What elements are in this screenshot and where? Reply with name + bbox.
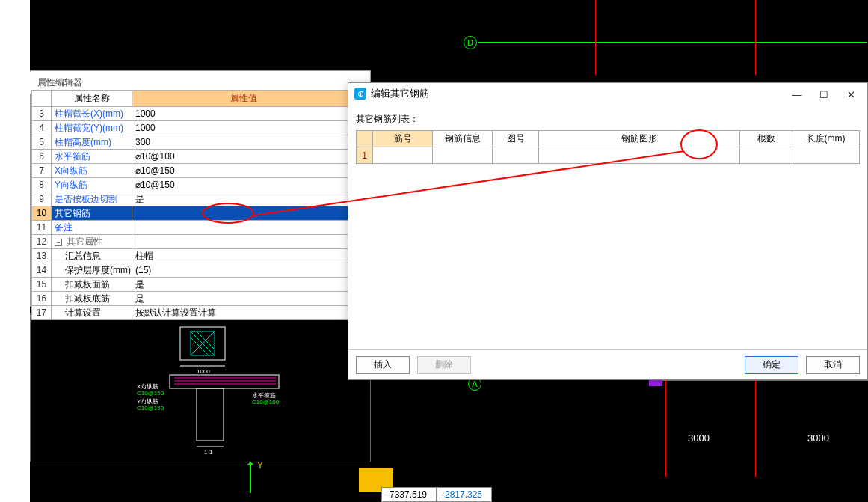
grid-line-red xyxy=(595,0,596,75)
rebar-cell-count[interactable] xyxy=(740,147,792,164)
window-minimize-button[interactable]: — xyxy=(784,86,810,102)
insert-button[interactable]: 插入 xyxy=(356,356,410,374)
property-name: 是否按板边切割 xyxy=(55,194,117,204)
property-value-cell[interactable]: 1000 xyxy=(132,107,356,121)
property-value-cell[interactable]: 柱帽 xyxy=(132,249,356,263)
property-row[interactable]: 16扣减板底筋是 xyxy=(32,292,369,306)
property-name: 水平箍筋 xyxy=(55,151,90,162)
property-header-value: 属性值 xyxy=(132,91,356,107)
property-name: 柱帽截长(X)(mm) xyxy=(55,108,123,119)
property-row-number: 10 xyxy=(32,206,52,221)
property-row[interactable]: 6水平箍筋⌀10@100 xyxy=(32,150,369,164)
property-row-number: 15 xyxy=(32,278,52,292)
property-value-cell[interactable] xyxy=(132,221,356,235)
rebar-cell-drawing[interactable] xyxy=(493,147,539,164)
rebar-cell-info[interactable] xyxy=(433,147,493,164)
rebar-row-number: 1 xyxy=(357,147,373,164)
grid-line-red xyxy=(665,380,666,477)
preview-pane[interactable]: 1000 X向纵筋 C10@150 Y向纵筋 C10@150 水平箍筋 C10@… xyxy=(30,313,371,462)
property-row[interactable]: 17计算设置按默认计算设置计算 xyxy=(32,306,369,320)
property-value-cell[interactable]: (15) xyxy=(132,263,356,278)
svg-text:水平箍筋: 水平箍筋 xyxy=(252,392,276,399)
property-name: 其它属性 xyxy=(65,236,102,247)
svg-text:C10@100: C10@100 xyxy=(252,399,280,405)
property-row-number: 5 xyxy=(32,135,52,150)
rebar-col-length[interactable]: 长度(mm) xyxy=(792,131,860,147)
property-name: 扣减板底筋 xyxy=(55,293,110,304)
property-name-cell: −其它属性 xyxy=(52,235,132,249)
property-row[interactable]: 13汇总信息柱帽 xyxy=(32,249,369,263)
property-name-cell: 扣减板底筋 xyxy=(52,292,132,306)
rebar-cell-length[interactable] xyxy=(792,147,860,164)
property-name-cell: 是否按板边切割 xyxy=(52,192,132,206)
property-header-name: 属性名称 xyxy=(52,91,132,107)
tree-collapse-icon[interactable]: − xyxy=(55,239,62,246)
rebar-cell-no[interactable] xyxy=(373,147,433,164)
svg-text:1-1: 1-1 xyxy=(204,449,213,456)
ok-button[interactable]: 确定 xyxy=(745,356,798,374)
property-value-cell[interactable]: 是 xyxy=(132,292,356,306)
grid-label-d: D xyxy=(464,36,477,49)
property-value-cell[interactable]: 1000 xyxy=(132,121,356,135)
rebar-col-count[interactable]: 根数 xyxy=(740,131,792,147)
property-row-number: 16 xyxy=(32,292,52,306)
grid-line-red xyxy=(755,380,756,477)
window-restore-button[interactable]: ☐ xyxy=(810,86,837,102)
property-name: 备注 xyxy=(55,222,73,233)
property-name-cell: X向纵筋 xyxy=(52,164,132,178)
property-name-cell: 扣减板面筋 xyxy=(52,278,132,292)
property-row[interactable]: 15扣减板面筋是 xyxy=(32,278,369,292)
property-value-cell[interactable] xyxy=(132,235,356,249)
svg-text:C10@150: C10@150 xyxy=(137,390,164,397)
grid-axis-line-d xyxy=(478,42,867,43)
rebar-col-info[interactable]: 钢筋信息 xyxy=(433,131,493,147)
property-row-number: 8 xyxy=(32,178,52,192)
property-row[interactable]: 7X向纵筋⌀10@150 xyxy=(32,164,369,178)
property-row[interactable]: 3柱帽截长(X)(mm)1000 xyxy=(32,107,369,121)
rebar-col-no[interactable]: 筋号 xyxy=(373,131,433,147)
property-name: 柱帽截宽(Y)(mm) xyxy=(55,123,123,133)
property-name-cell: 保护层厚度(mm) xyxy=(52,263,132,278)
property-value-cell[interactable]: 是 xyxy=(132,278,356,292)
property-name-cell: 汇总信息 xyxy=(52,249,132,263)
property-value-cell[interactable]: ⌀10@150 xyxy=(132,164,356,178)
property-row-number: 6 xyxy=(32,150,52,164)
property-header-num xyxy=(32,91,52,107)
dialog-app-icon: ⊕ xyxy=(354,88,366,100)
property-name: 保护层厚度(mm) xyxy=(55,265,131,275)
window-close-button[interactable]: ✕ xyxy=(837,86,864,102)
property-row-number: 9 xyxy=(32,192,52,206)
axis-y-arrow xyxy=(250,463,251,493)
property-row[interactable]: 8Y向纵筋⌀10@150 xyxy=(32,178,369,192)
axis-y-label: Y xyxy=(257,460,263,471)
property-row[interactable]: 10其它钢筋 xyxy=(32,206,369,221)
property-name: 其它钢筋 xyxy=(55,208,90,218)
dimension-text-3000a: 3000 xyxy=(688,432,710,444)
property-name-cell: 备注 xyxy=(52,221,132,235)
property-row[interactable]: 5柱帽高度(mm)300 xyxy=(32,135,369,150)
property-row[interactable]: 12−其它属性 xyxy=(32,235,369,249)
rebar-table[interactable]: 筋号 钢筋信息 图号 钢筋图形 根数 长度(mm) 1 xyxy=(356,130,860,164)
property-value-cell[interactable]: 按默认计算设置计算 xyxy=(132,306,356,320)
property-name-cell: 其它钢筋 xyxy=(52,206,132,221)
delete-button[interactable]: 删除 xyxy=(417,356,471,374)
property-name: Y向纵筋 xyxy=(55,180,87,190)
property-row[interactable]: 4柱帽截宽(Y)(mm)1000 xyxy=(32,121,369,135)
property-value-cell[interactable]: 300 xyxy=(132,135,356,150)
property-name: X向纵筋 xyxy=(55,165,87,176)
property-name: 柱帽高度(mm) xyxy=(55,137,111,147)
property-value-cell[interactable]: ⌀10@100 xyxy=(132,150,356,164)
cancel-button[interactable]: 取消 xyxy=(806,356,860,374)
property-value-cell[interactable]: ⌀10@150 xyxy=(132,178,356,192)
property-row[interactable]: 11备注 xyxy=(32,221,369,235)
property-name: 计算设置 xyxy=(55,307,101,318)
property-name-cell: 计算设置 xyxy=(52,306,132,320)
column-marker xyxy=(649,380,662,386)
property-row[interactable]: 9是否按板边切割是 xyxy=(32,192,369,206)
dialog-titlebar[interactable]: ⊕ 编辑其它钢筋 — ☐ ✕ xyxy=(348,83,867,104)
property-row-number: 7 xyxy=(32,164,52,178)
rebar-col-drawing[interactable]: 图号 xyxy=(493,131,539,147)
property-name-cell: 柱帽截长(X)(mm) xyxy=(52,107,132,121)
svg-text:X向纵筋: X向纵筋 xyxy=(137,383,158,390)
property-row[interactable]: 14保护层厚度(mm)(15) xyxy=(32,263,369,278)
